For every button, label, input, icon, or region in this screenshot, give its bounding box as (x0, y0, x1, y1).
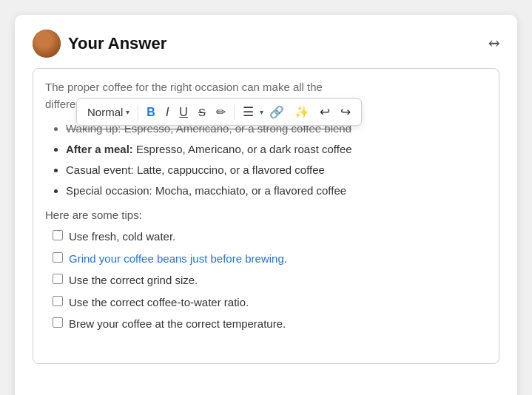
list-item: After a meal: Espresso, Americano, or a … (66, 141, 487, 158)
font-style-label: Normal (87, 106, 123, 118)
bold-button[interactable]: B (142, 104, 160, 121)
list-chevron-icon: ▾ (260, 108, 263, 116)
italic-button[interactable]: I (161, 104, 173, 121)
toolbar-divider-2 (234, 105, 235, 120)
checkbox[interactable] (53, 252, 63, 263)
checkbox[interactable] (53, 230, 63, 240)
redo-button[interactable]: ↪ (336, 102, 355, 122)
highlight-button[interactable]: ✏ (212, 103, 230, 121)
strikethrough-button[interactable]: S (194, 104, 210, 121)
tips-label: Here are some tips: (45, 209, 487, 221)
checkbox[interactable] (53, 296, 63, 306)
checklist-item: Use the correct coffee-to-water ratio. (53, 294, 487, 311)
expand-icon[interactable]: ⤢ (484, 34, 503, 53)
header: Your Answer ⤢ (33, 30, 499, 58)
page-title: Your Answer (68, 34, 166, 53)
link-button[interactable]: 🔗 (265, 103, 289, 121)
formatting-toolbar: Normal ▾ B I U S ✏ ☰ ▾ 🔗 ✨ ↩ ↪ (76, 98, 362, 126)
checklist-item: Grind your coffee beans just before brew… (53, 251, 487, 268)
checklist-item: Use the correct grind size. (53, 272, 487, 289)
underline-button[interactable]: U (175, 104, 192, 121)
answer-card: Your Answer ⤢ The proper coffee for the … (15, 15, 517, 395)
toolbar-divider-1 (138, 105, 138, 120)
checklist: Use fresh, cold water. Grind your coffee… (45, 229, 487, 333)
list-item: Casual event: Latte, cappuccino, or a fl… (66, 161, 487, 179)
magic-button[interactable]: ✨ (290, 103, 314, 121)
avatar (33, 30, 61, 58)
checkbox[interactable] (53, 274, 63, 284)
font-style-selector[interactable]: Normal ▾ (83, 104, 134, 121)
checklist-item: Use fresh, cold water. (53, 229, 487, 246)
chevron-down-icon: ▾ (126, 108, 129, 116)
checkbox[interactable] (53, 317, 63, 328)
undo-button[interactable]: ↩ (315, 102, 334, 122)
header-left: Your Answer (33, 30, 166, 58)
list-button-group[interactable]: ☰ ▾ (238, 102, 263, 122)
list-item: Special occasion: Mocha, macchiato, or a… (66, 182, 487, 200)
checklist-item: Brew your coffee at the correct temperat… (53, 316, 487, 333)
bullet-list: Waking up: Espresso, Americano, or a str… (45, 120, 487, 200)
editor-area[interactable]: The proper coffee for the right occasion… (33, 68, 499, 364)
list-button[interactable]: ☰ (238, 102, 258, 122)
